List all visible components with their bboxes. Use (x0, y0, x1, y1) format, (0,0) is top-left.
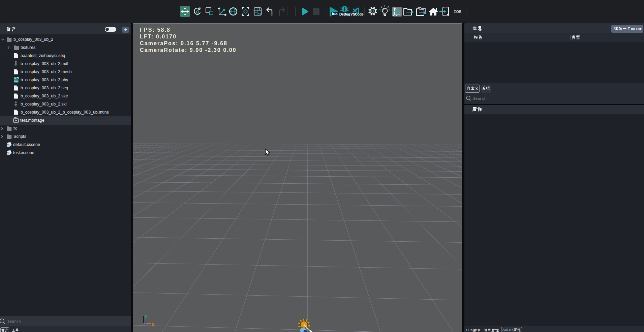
svg-text:PHY: PHY (14, 80, 18, 82)
svg-text:Y: Y (144, 314, 147, 320)
svg-text:X: X (152, 323, 154, 327)
svg-text:IOS: IOS (454, 9, 462, 14)
svg-text:lua: lua (332, 12, 338, 16)
svg-text:VSCode: VSCode (350, 12, 364, 16)
svg-text:DeBug: DeBug (339, 12, 350, 16)
svg-text:xz: xz (258, 12, 261, 15)
svg-text:Z: Z (145, 321, 147, 326)
